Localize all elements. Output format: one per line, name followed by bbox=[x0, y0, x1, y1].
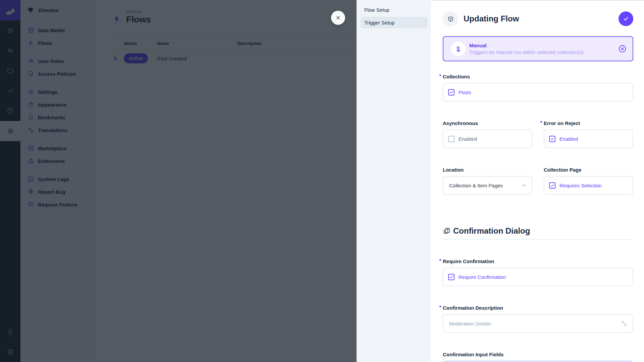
confirmation-input-fields-list[interactable] bbox=[443, 361, 633, 362]
drawer-close-button[interactable] bbox=[331, 11, 345, 25]
asynchronous-box: Enabled bbox=[443, 129, 532, 148]
check-icon bbox=[623, 15, 629, 22]
error-on-reject-box: Enabled bbox=[544, 129, 633, 148]
field-label-collections: Collections bbox=[443, 73, 470, 80]
checkbox-error-on-reject[interactable] bbox=[549, 136, 555, 142]
field-label-location: Location bbox=[443, 167, 464, 173]
require-confirmation-box: Require Confirmation bbox=[443, 267, 633, 286]
location-select-value: Collection & Item Pages bbox=[449, 183, 503, 188]
translate-icon[interactable] bbox=[621, 320, 628, 327]
drawer-main: Updating Flow Manual Triggers on manual … bbox=[431, 0, 644, 362]
field-error-on-reject: Error on Reject Enabled bbox=[544, 120, 633, 148]
cancel-circle-icon[interactable] bbox=[618, 44, 627, 53]
drawer-header-icon-circle bbox=[443, 11, 458, 26]
dialog-question-icon bbox=[443, 227, 450, 235]
field-row-async-error: Asynchronous Enabled Error on Reject Ena… bbox=[443, 120, 633, 148]
checkbox-requires-selection[interactable] bbox=[549, 182, 555, 189]
save-button[interactable] bbox=[619, 11, 633, 26]
checkbox-label-posts[interactable]: Posts bbox=[459, 89, 471, 95]
section-confirmation-dialog: Confirmation Dialog bbox=[443, 226, 633, 240]
field-asynchronous: Asynchronous Enabled bbox=[443, 120, 532, 148]
collections-box: Posts bbox=[443, 83, 633, 102]
drawer-nav-trigger-setup[interactable]: Trigger Setup bbox=[361, 17, 428, 28]
app-root: Directus Data Model Flows User Roles Acc… bbox=[0, 0, 644, 362]
flow-drawer: Flow Setup Trigger Setup Updating Flow M… bbox=[357, 0, 644, 362]
field-label-collection-page: Collection Page bbox=[544, 167, 582, 173]
checkbox-require-confirmation[interactable] bbox=[448, 274, 454, 280]
field-collection-page: Collection Page Requires Selection bbox=[544, 167, 633, 195]
collection-page-box: Requires Selection bbox=[544, 176, 633, 195]
field-label-confirmation-input-fields: Confirmation Input Fields bbox=[443, 351, 504, 358]
field-row-location-page: Location Collection & Item Pages Collect… bbox=[443, 167, 633, 195]
section-title: Confirmation Dialog bbox=[453, 226, 530, 236]
confirmation-description-value: Moderation Details bbox=[449, 321, 491, 326]
field-location: Location Collection & Item Pages bbox=[443, 167, 532, 195]
field-label-confirmation-description: Confirmation Description bbox=[443, 305, 503, 311]
close-icon bbox=[335, 15, 341, 21]
field-require-confirmation: Require Confirmation Require Confirmatio… bbox=[443, 258, 633, 286]
cube-icon bbox=[447, 15, 454, 22]
checkbox-label-requires-selection[interactable]: Requires Selection bbox=[559, 183, 602, 188]
checkbox-label-asynchronous[interactable]: Enabled bbox=[459, 136, 477, 142]
trigger-subtitle: Triggers on manual run within selected c… bbox=[469, 49, 584, 56]
trigger-title: Manual bbox=[469, 42, 584, 49]
field-collections: Collections Posts bbox=[443, 73, 633, 102]
drawer-header: Updating Flow bbox=[443, 11, 633, 26]
confirmation-description-input[interactable]: Moderation Details bbox=[443, 314, 633, 333]
drawer-nav: Flow Setup Trigger Setup bbox=[357, 0, 431, 362]
checkbox-label-error-on-reject[interactable]: Enabled bbox=[559, 136, 578, 142]
drawer-nav-flow-setup[interactable]: Flow Setup bbox=[361, 4, 428, 15]
checkbox-label-require-confirmation[interactable]: Require Confirmation bbox=[459, 274, 506, 280]
checkbox-posts[interactable] bbox=[448, 89, 454, 96]
drawer-title: Updating Flow bbox=[464, 14, 519, 23]
checkbox-asynchronous[interactable] bbox=[448, 136, 454, 142]
field-confirmation-description: Confirmation Description Moderation Deta… bbox=[443, 305, 633, 333]
trigger-type-card[interactable]: Manual Triggers on manual run within sel… bbox=[443, 36, 633, 61]
field-label-require-confirmation: Require Confirmation bbox=[443, 258, 494, 264]
touch-tap-icon bbox=[454, 45, 462, 53]
field-confirmation-input-fields: Confirmation Input Fields bbox=[443, 351, 633, 362]
field-label-asynchronous: Asynchronous bbox=[443, 120, 478, 126]
field-label-error-on-reject: Error on Reject bbox=[544, 120, 580, 126]
trigger-icon-circle bbox=[451, 42, 466, 56]
location-select[interactable]: Collection & Item Pages bbox=[443, 176, 532, 195]
chevron-down-icon bbox=[521, 182, 527, 188]
